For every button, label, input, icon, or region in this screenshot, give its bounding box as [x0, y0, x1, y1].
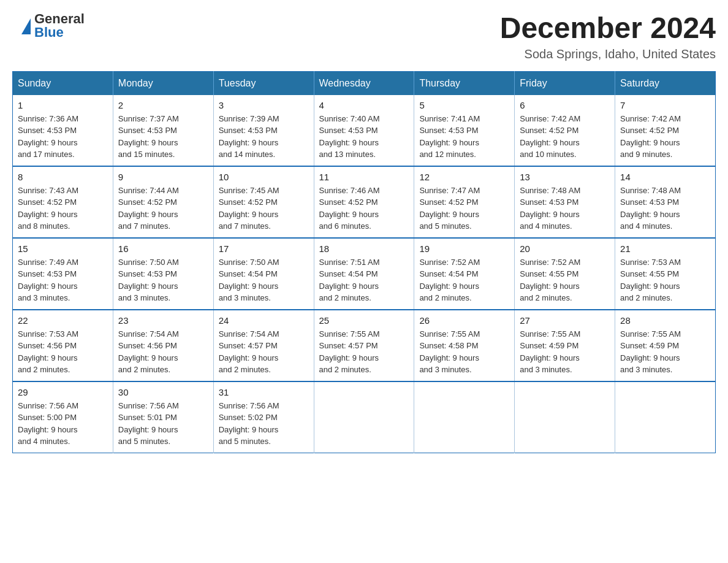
logo-general: General [34, 12, 85, 26]
table-row: 13 Sunrise: 7:48 AMSunset: 4:53 PMDaylig… [515, 166, 615, 238]
day-info: Sunrise: 7:43 AMSunset: 4:52 PMDaylight:… [18, 185, 108, 232]
day-number: 18 [319, 243, 409, 254]
location: Soda Springs, Idaho, United States [500, 47, 716, 61]
day-number: 30 [118, 387, 208, 397]
header-thursday: Thursday [414, 71, 515, 95]
table-row: 27 Sunrise: 7:55 AMSunset: 4:59 PMDaylig… [515, 310, 615, 381]
day-number: 24 [219, 315, 309, 326]
day-info: Sunrise: 7:53 AMSunset: 4:56 PMDaylight:… [18, 328, 108, 376]
header-tuesday: Tuesday [213, 71, 314, 95]
day-number: 25 [319, 315, 409, 326]
table-row: 9 Sunrise: 7:44 AMSunset: 4:52 PMDayligh… [113, 166, 213, 238]
day-info: Sunrise: 7:55 AMSunset: 4:59 PMDaylight:… [520, 328, 610, 376]
logo-blue: Blue [34, 26, 85, 39]
day-number: 3 [219, 100, 309, 110]
day-info: Sunrise: 7:47 AMSunset: 4:52 PMDaylight:… [419, 185, 509, 232]
calendar-week-row: 29 Sunrise: 7:56 AMSunset: 5:00 PMDaylig… [13, 381, 716, 453]
table-row: 15 Sunrise: 7:49 AMSunset: 4:53 PMDaylig… [13, 238, 113, 310]
day-number: 22 [18, 315, 108, 326]
table-row: 17 Sunrise: 7:50 AMSunset: 4:54 PMDaylig… [213, 238, 314, 310]
calendar-week-row: 1 Sunrise: 7:36 AMSunset: 4:53 PMDayligh… [13, 95, 716, 166]
day-number: 27 [520, 315, 610, 326]
day-info: Sunrise: 7:40 AMSunset: 4:53 PMDaylight:… [319, 113, 409, 161]
day-number: 4 [319, 100, 409, 110]
day-info: Sunrise: 7:56 AMSunset: 5:02 PMDaylight:… [219, 400, 309, 448]
day-number: 20 [520, 243, 610, 254]
day-info: Sunrise: 7:36 AMSunset: 4:53 PMDaylight:… [18, 113, 108, 161]
table-row: 8 Sunrise: 7:43 AMSunset: 4:52 PMDayligh… [13, 166, 113, 238]
day-info: Sunrise: 7:52 AMSunset: 4:54 PMDaylight:… [419, 256, 509, 304]
calendar-week-row: 8 Sunrise: 7:43 AMSunset: 4:52 PMDayligh… [13, 166, 716, 238]
table-row: 18 Sunrise: 7:51 AMSunset: 4:54 PMDaylig… [314, 238, 414, 310]
table-row: 1 Sunrise: 7:36 AMSunset: 4:53 PMDayligh… [13, 95, 113, 166]
day-info: Sunrise: 7:42 AMSunset: 4:52 PMDaylight:… [620, 113, 710, 161]
day-info: Sunrise: 7:55 AMSunset: 4:59 PMDaylight:… [620, 328, 710, 376]
table-row: 21 Sunrise: 7:53 AMSunset: 4:55 PMDaylig… [615, 238, 716, 310]
table-row: 2 Sunrise: 7:37 AMSunset: 4:53 PMDayligh… [113, 95, 213, 166]
table-row: 5 Sunrise: 7:41 AMSunset: 4:53 PMDayligh… [414, 95, 515, 166]
day-info: Sunrise: 7:55 AMSunset: 4:57 PMDaylight:… [319, 328, 409, 376]
day-number: 17 [219, 243, 309, 254]
header-monday: Monday [113, 71, 213, 95]
day-info: Sunrise: 7:37 AMSunset: 4:53 PMDaylight:… [118, 113, 208, 161]
day-number: 10 [219, 172, 309, 182]
day-number: 8 [18, 172, 108, 182]
logo-text: General Blue [34, 12, 85, 39]
calendar-week-row: 15 Sunrise: 7:49 AMSunset: 4:53 PMDaylig… [13, 238, 716, 310]
calendar-header-row: Sunday Monday Tuesday Wednesday Thursday… [13, 71, 716, 95]
table-row: 7 Sunrise: 7:42 AMSunset: 4:52 PMDayligh… [615, 95, 716, 166]
calendar-week-row: 22 Sunrise: 7:53 AMSunset: 4:56 PMDaylig… [13, 310, 716, 381]
day-info: Sunrise: 7:51 AMSunset: 4:54 PMDaylight:… [319, 256, 409, 304]
logo-icon [12, 17, 31, 34]
day-info: Sunrise: 7:52 AMSunset: 4:55 PMDaylight:… [520, 256, 610, 304]
day-number: 16 [118, 243, 208, 254]
table-row: 28 Sunrise: 7:55 AMSunset: 4:59 PMDaylig… [615, 310, 716, 381]
header-wednesday: Wednesday [314, 71, 414, 95]
table-row: 25 Sunrise: 7:55 AMSunset: 4:57 PMDaylig… [314, 310, 414, 381]
day-number: 2 [118, 100, 208, 110]
table-row [414, 381, 515, 453]
table-row: 12 Sunrise: 7:47 AMSunset: 4:52 PMDaylig… [414, 166, 515, 238]
logo: General Blue [12, 12, 85, 39]
day-number: 23 [118, 315, 208, 326]
day-info: Sunrise: 7:48 AMSunset: 4:53 PMDaylight:… [520, 185, 610, 232]
table-row: 26 Sunrise: 7:55 AMSunset: 4:58 PMDaylig… [414, 310, 515, 381]
table-row: 20 Sunrise: 7:52 AMSunset: 4:55 PMDaylig… [515, 238, 615, 310]
day-number: 14 [620, 172, 710, 182]
table-row [615, 381, 716, 453]
day-number: 28 [620, 315, 710, 326]
table-row: 23 Sunrise: 7:54 AMSunset: 4:56 PMDaylig… [113, 310, 213, 381]
day-number: 5 [419, 100, 509, 110]
table-row: 30 Sunrise: 7:56 AMSunset: 5:01 PMDaylig… [113, 381, 213, 453]
day-number: 13 [520, 172, 610, 182]
page-header: General Blue December 2024 Soda Springs,… [12, 12, 716, 61]
day-number: 29 [18, 387, 108, 397]
table-row: 22 Sunrise: 7:53 AMSunset: 4:56 PMDaylig… [13, 310, 113, 381]
title-area: December 2024 Soda Springs, Idaho, Unite… [500, 12, 716, 61]
day-number: 1 [18, 100, 108, 110]
day-info: Sunrise: 7:50 AMSunset: 4:53 PMDaylight:… [118, 256, 208, 304]
header-friday: Friday [515, 71, 615, 95]
day-info: Sunrise: 7:49 AMSunset: 4:53 PMDaylight:… [18, 256, 108, 304]
day-info: Sunrise: 7:48 AMSunset: 4:53 PMDaylight:… [620, 185, 710, 232]
table-row: 4 Sunrise: 7:40 AMSunset: 4:53 PMDayligh… [314, 95, 414, 166]
table-row: 14 Sunrise: 7:48 AMSunset: 4:53 PMDaylig… [615, 166, 716, 238]
table-row: 16 Sunrise: 7:50 AMSunset: 4:53 PMDaylig… [113, 238, 213, 310]
day-info: Sunrise: 7:44 AMSunset: 4:52 PMDaylight:… [118, 185, 208, 232]
day-info: Sunrise: 7:54 AMSunset: 4:57 PMDaylight:… [219, 328, 309, 376]
table-row [515, 381, 615, 453]
table-row: 6 Sunrise: 7:42 AMSunset: 4:52 PMDayligh… [515, 95, 615, 166]
day-number: 7 [620, 100, 710, 110]
day-info: Sunrise: 7:54 AMSunset: 4:56 PMDaylight:… [118, 328, 208, 376]
day-info: Sunrise: 7:56 AMSunset: 5:00 PMDaylight:… [18, 400, 108, 448]
header-sunday: Sunday [13, 71, 113, 95]
day-number: 9 [118, 172, 208, 182]
day-number: 21 [620, 243, 710, 254]
table-row: 31 Sunrise: 7:56 AMSunset: 5:02 PMDaylig… [213, 381, 314, 453]
table-row [314, 381, 414, 453]
day-info: Sunrise: 7:45 AMSunset: 4:52 PMDaylight:… [219, 185, 309, 232]
table-row: 24 Sunrise: 7:54 AMSunset: 4:57 PMDaylig… [213, 310, 314, 381]
calendar-table: Sunday Monday Tuesday Wednesday Thursday… [12, 71, 716, 453]
day-number: 6 [520, 100, 610, 110]
day-info: Sunrise: 7:50 AMSunset: 4:54 PMDaylight:… [219, 256, 309, 304]
